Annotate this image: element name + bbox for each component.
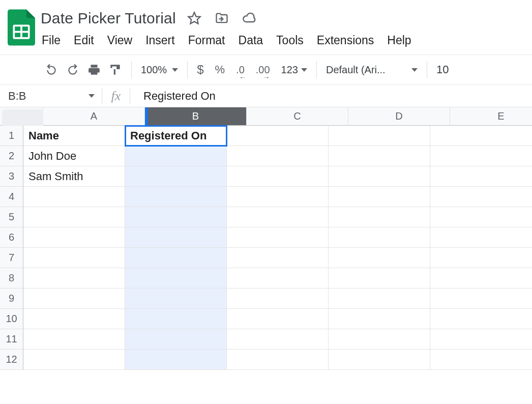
cell[interactable] [430,309,532,329]
spreadsheet-grid[interactable]: ABCDE 1NameRegistered On2John Doe3Sam Sm… [0,107,532,370]
cell[interactable] [125,268,227,288]
cell[interactable] [23,288,125,309]
cell[interactable] [227,207,329,227]
sheets-logo-icon[interactable] [6,7,37,48]
cell[interactable] [430,166,532,187]
menu-extensions[interactable]: Extensions [317,34,374,47]
menu-format[interactable]: Format [188,34,225,47]
cell[interactable] [227,248,329,268]
zoom-dropdown[interactable]: 100% [141,64,178,76]
cell[interactable] [329,146,430,166]
row-header[interactable]: 4 [0,187,23,207]
cell[interactable] [227,268,329,288]
cell[interactable] [329,187,430,207]
cell[interactable]: John Doe [23,146,125,166]
cell[interactable] [23,187,125,207]
row-header[interactable]: 5 [0,207,23,227]
decrease-decimal-button[interactable]: .0 ← [236,64,245,76]
cell[interactable] [227,187,329,207]
move-icon[interactable] [215,11,229,25]
row-header[interactable]: 2 [0,146,23,166]
cell[interactable] [430,329,532,350]
cell[interactable] [125,288,227,309]
row-header[interactable]: 8 [0,268,23,288]
cell[interactable] [430,227,532,248]
cell[interactable] [125,329,227,350]
cell[interactable] [227,126,329,146]
document-title[interactable]: Date Picker Tutorial [41,10,176,27]
cell[interactable] [329,268,430,288]
menu-edit[interactable]: Edit [74,34,94,47]
format-currency-button[interactable]: $ [197,63,203,77]
menu-help[interactable]: Help [387,34,411,47]
cell[interactable] [430,146,532,166]
cell[interactable] [125,248,227,268]
cell[interactable] [125,350,227,370]
cell[interactable] [227,166,329,187]
cell[interactable] [227,309,329,329]
print-button[interactable] [87,63,101,76]
menu-view[interactable]: View [107,34,132,47]
formula-bar-value[interactable]: Registered On [130,90,216,103]
column-header-E[interactable]: E [450,107,532,126]
row-header[interactable]: 1 [0,126,23,146]
cell[interactable] [430,268,532,288]
star-icon[interactable] [187,11,201,25]
cell[interactable] [125,166,227,187]
row-header[interactable]: 9 [0,288,23,309]
cell[interactable] [23,309,125,329]
menu-data[interactable]: Data [239,34,263,47]
row-header[interactable]: 10 [0,309,23,329]
cell[interactable]: Registered On [125,126,227,146]
cell[interactable] [329,166,430,187]
cell[interactable] [125,146,227,166]
cell[interactable] [23,268,125,288]
cell[interactable] [227,288,329,309]
cell[interactable] [23,248,125,268]
cell[interactable] [227,350,329,370]
cell[interactable] [23,227,125,248]
row-header[interactable]: 7 [0,248,23,268]
cell[interactable] [329,248,430,268]
row-header[interactable]: 6 [0,227,23,248]
cell[interactable] [125,187,227,207]
paint-format-button[interactable] [109,63,122,76]
cell[interactable] [329,227,430,248]
name-box[interactable]: B:B [0,85,102,107]
select-all-corner[interactable] [0,107,43,126]
menu-insert[interactable]: Insert [145,34,175,47]
font-family-dropdown[interactable]: Default (Ari... [326,64,418,76]
cell[interactable] [125,227,227,248]
column-header-D[interactable]: D [348,107,450,126]
row-header[interactable]: 11 [0,329,23,350]
cell[interactable] [125,207,227,227]
column-header-B[interactable]: B [145,107,247,126]
cell[interactable]: Name [23,126,125,146]
cell[interactable] [430,248,532,268]
cell[interactable] [430,207,532,227]
cloud-status-icon[interactable] [242,11,256,25]
cell[interactable] [23,207,125,227]
cell[interactable] [227,227,329,248]
column-header-A[interactable]: A [43,107,145,126]
cell[interactable] [329,126,430,146]
column-header-C[interactable]: C [247,107,348,126]
cell[interactable] [23,329,125,350]
cell[interactable]: Sam Smith [23,166,125,187]
cell[interactable] [430,187,532,207]
increase-decimal-button[interactable]: .00 → [256,64,270,76]
cell[interactable] [329,329,430,350]
cell[interactable] [329,288,430,309]
undo-button[interactable] [45,63,58,76]
cell[interactable] [430,126,532,146]
font-size-input[interactable]: 10 [436,63,449,76]
cell[interactable] [125,309,227,329]
cell[interactable] [329,309,430,329]
menu-tools[interactable]: Tools [276,34,304,47]
cell[interactable] [430,288,532,309]
cell[interactable] [227,146,329,166]
cell[interactable] [23,350,125,370]
row-header[interactable]: 12 [0,350,23,370]
menu-file[interactable]: File [42,34,61,47]
row-header[interactable]: 3 [0,166,23,187]
